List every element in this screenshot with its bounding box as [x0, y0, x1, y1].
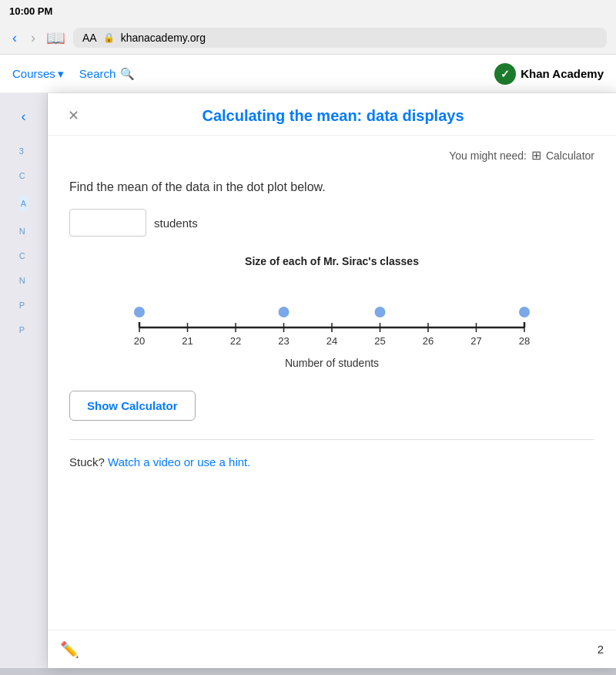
axis-title: Number of students — [77, 357, 587, 369]
sidebar-item-7[interactable]: P — [19, 301, 28, 310]
browser-chrome: ‹ › 📖 AA 🔒 khanacademy.org — [0, 22, 616, 55]
svg-point-24 — [519, 307, 530, 317]
svg-text:27: 27 — [470, 335, 481, 347]
svg-text:21: 21 — [182, 335, 192, 347]
svg-text:24: 24 — [326, 335, 337, 347]
hint-link[interactable]: Watch a video or use a hint. — [108, 455, 250, 468]
back-button[interactable]: ‹ — [9, 29, 20, 48]
url-text: khanacademy.org — [121, 32, 206, 44]
close-button[interactable]: ✕ — [63, 106, 84, 126]
address-bar[interactable]: AA 🔒 khanacademy.org — [73, 28, 607, 48]
svg-text:28: 28 — [519, 335, 530, 347]
sidebar-ghost: 3 C A N C N P P — [13, 137, 34, 344]
modal-title: Calculating the mean: data displays — [84, 107, 601, 125]
answer-unit: students — [154, 217, 198, 230]
question-text: Find the mean of the data in the dot plo… — [69, 178, 594, 196]
svg-text:22: 22 — [230, 335, 241, 347]
modal-content: You might need: ⊞ Calculator Find the me… — [48, 136, 616, 487]
forward-button[interactable]: › — [28, 29, 38, 48]
chart-container: Size of each of Mr. Sirac's classes — [69, 255, 594, 369]
stuck-row: Stuck? Watch a video or use a hint. — [69, 455, 594, 468]
calc-hint-label: Calculator — [546, 149, 594, 162]
stuck-text: Stuck? — [69, 455, 105, 468]
sidebar-item-2[interactable]: C — [19, 171, 28, 180]
calc-hint: You might need: ⊞ Calculator — [69, 148, 594, 163]
svg-text:25: 25 — [374, 335, 385, 347]
sidebar-item-1[interactable]: 3 — [19, 146, 28, 156]
svg-text:20: 20 — [134, 335, 145, 347]
bookmarks-icon[interactable]: 📖 — [46, 29, 65, 47]
svg-text:23: 23 — [278, 335, 289, 347]
answer-input[interactable] — [69, 209, 146, 237]
modal-panel: ✕ Calculating the mean: data displays Yo… — [48, 93, 616, 668]
dot-plot: 20 21 22 23 24 25 26 27 28 — [77, 280, 587, 349]
sidebar-item-3[interactable]: A — [19, 196, 28, 211]
sidebar-item-5[interactable]: C — [19, 251, 28, 260]
status-bar: 10:00 PM — [0, 0, 616, 22]
divider — [69, 439, 594, 440]
chevron-down-icon: ▾ — [58, 67, 64, 81]
chart-title: Size of each of Mr. Sirac's classes — [77, 255, 587, 267]
ka-logo-icon: ✓ — [494, 63, 516, 85]
sidebar-item-4[interactable]: N — [19, 227, 28, 236]
calc-hint-text: You might need: — [449, 149, 527, 162]
status-time: 10:00 PM — [9, 5, 52, 17]
ka-logo: ✓ Khan Academy — [494, 63, 604, 85]
pencil-icon[interactable]: ✏️ — [60, 640, 79, 659]
aa-label: AA — [82, 32, 97, 44]
sidebar-item-8[interactable]: P — [19, 325, 28, 334]
sidebar: ‹ 3 C A N C N P P — [0, 93, 48, 668]
page-number: 2 — [598, 643, 604, 656]
courses-menu[interactable]: Courses ▾ — [12, 67, 64, 81]
main-layout: ‹ 3 C A N C N P P ✕ Calculating the mean… — [0, 93, 616, 668]
lock-icon: 🔒 — [103, 32, 115, 43]
svg-text:26: 26 — [423, 335, 434, 347]
calculator-icon: ⊞ — [531, 148, 541, 163]
bottom-bar: ✏️ 2 — [48, 630, 616, 668]
ka-topbar: Courses ▾ Search 🔍 ✓ Khan Academy — [0, 55, 616, 93]
modal-overlay: ✕ Calculating the mean: data displays Yo… — [48, 93, 616, 668]
svg-point-22 — [279, 307, 290, 317]
modal-header: ✕ Calculating the mean: data displays — [48, 93, 616, 136]
show-calculator-button[interactable]: Show Calculator — [69, 391, 196, 421]
svg-point-23 — [375, 307, 386, 317]
sidebar-nav-left[interactable]: ‹ — [15, 102, 32, 131]
sidebar-item-6[interactable]: N — [19, 276, 28, 285]
search-button[interactable]: Search 🔍 — [79, 67, 136, 81]
answer-row: students — [69, 209, 594, 237]
svg-point-21 — [134, 307, 145, 317]
search-icon: 🔍 — [120, 67, 135, 81]
